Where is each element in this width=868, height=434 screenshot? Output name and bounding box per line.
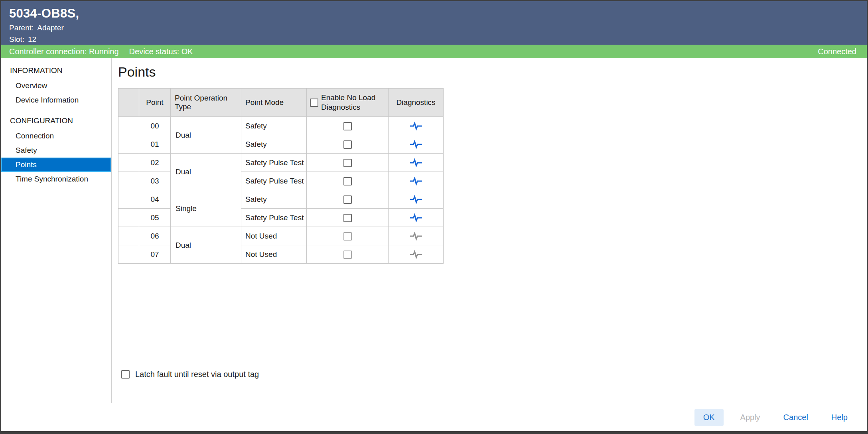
sidebar-item-safety[interactable]: Safety <box>1 143 111 158</box>
enable-no-load-header-label: Enable No Load Diagnostics <box>321 93 388 112</box>
module-properties-dialog: 5034-OB8S, Parent:Adapter Slot:12 Contro… <box>0 0 868 434</box>
section-label-information: INFORMATION <box>1 63 111 79</box>
header-point-mode: Point Mode <box>241 89 307 117</box>
diagnostics-cell[interactable] <box>389 190 444 209</box>
device-status: Device status: OK <box>129 47 193 56</box>
table-row: 07 Not Used <box>118 245 444 264</box>
point-mode-cell[interactable]: Safety Pulse Test <box>241 172 307 190</box>
enable-no-load-checkbox[interactable] <box>343 195 352 204</box>
header-enable-no-load: Enable No Load Diagnostics <box>307 89 389 117</box>
title-bar: 5034-OB8S, Parent:Adapter Slot:12 <box>1 1 867 45</box>
dialog-footer: OK Apply Cancel Help <box>1 403 867 431</box>
apply-button[interactable]: Apply <box>734 409 767 426</box>
point-number-cell: 05 <box>139 209 171 227</box>
section-label-configuration: CONFIGURATION <box>1 113 111 129</box>
section-configuration: CONFIGURATION Connection Safety Points T… <box>1 113 111 186</box>
row-selector-cell[interactable] <box>118 245 139 264</box>
sidebar-item-overview[interactable]: Overview <box>1 79 111 93</box>
header-row-selector <box>118 89 139 117</box>
connected-badge: Connected <box>818 47 856 56</box>
sidebar-item-device-information[interactable]: Device Information <box>1 93 111 107</box>
enable-no-load-cell[interactable] <box>307 117 389 135</box>
slot-row: Slot:12 <box>9 35 859 44</box>
point-operation-type-cell[interactable]: Single <box>171 190 241 227</box>
latch-fault-row: Latch fault until reset via output tag <box>118 370 859 379</box>
row-selector-cell[interactable] <box>118 190 139 209</box>
row-selector-cell[interactable] <box>118 135 139 154</box>
enable-no-load-checkbox-disabled <box>343 232 352 241</box>
table-header-row: Point Point Operation Type Point Mode En… <box>118 89 444 117</box>
enable-no-load-checkbox-disabled <box>343 251 352 259</box>
enable-no-load-cell[interactable] <box>307 172 389 190</box>
sidebar-item-connection[interactable]: Connection <box>1 129 111 143</box>
enable-no-load-cell[interactable] <box>307 154 389 172</box>
diagnostics-cell[interactable] <box>389 135 444 154</box>
header-point-operation-type: Point Operation Type <box>171 89 241 117</box>
latch-fault-label: Latch fault until reset via output tag <box>135 370 259 379</box>
diagnostics-cell[interactable] <box>389 209 444 227</box>
header-point: Point <box>139 89 171 117</box>
point-number-cell: 04 <box>139 190 171 209</box>
row-selector-cell[interactable] <box>118 154 139 172</box>
point-mode-cell[interactable]: Safety Pulse Test <box>241 209 307 227</box>
point-mode-cell[interactable]: Not Used <box>241 227 307 245</box>
enable-no-load-cell-disabled <box>307 245 389 264</box>
point-mode-cell[interactable]: Safety Pulse Test <box>241 154 307 172</box>
pulse-waveform-icon <box>409 177 423 185</box>
slot-value: 12 <box>28 35 36 43</box>
point-number-cell: 01 <box>139 135 171 154</box>
table-row: 03 Safety Pulse Test <box>118 172 444 190</box>
pulse-waveform-icon <box>409 140 423 149</box>
point-operation-type-cell[interactable]: Dual <box>171 117 241 154</box>
enable-no-load-checkbox[interactable] <box>343 214 352 222</box>
controller-connection-status: Controller connection: Running <box>9 47 119 56</box>
point-operation-type-cell[interactable]: Dual <box>171 154 241 190</box>
pulse-waveform-icon <box>409 122 423 130</box>
point-mode-cell[interactable]: Safety <box>241 190 307 209</box>
row-selector-cell[interactable] <box>118 209 139 227</box>
table-row: 02 Dual Safety Pulse Test <box>118 154 444 172</box>
diagnostics-cell[interactable] <box>389 154 444 172</box>
enable-no-load-checkbox[interactable] <box>343 177 352 185</box>
enable-no-load-cell[interactable] <box>307 209 389 227</box>
enable-no-load-cell[interactable] <box>307 190 389 209</box>
table-row: 05 Safety Pulse Test <box>118 209 444 227</box>
parent-label: Parent: <box>9 24 34 32</box>
pulse-waveform-icon <box>409 213 423 222</box>
ok-button[interactable]: OK <box>694 409 724 426</box>
help-button[interactable]: Help <box>825 409 854 426</box>
pulse-waveform-icon <box>409 158 423 167</box>
points-panel: Points Point Point Operation Type Point … <box>112 58 867 403</box>
cancel-button[interactable]: Cancel <box>777 409 815 426</box>
table-row: 04 Single Safety <box>118 190 444 209</box>
enable-no-load-all-checkbox[interactable] <box>310 99 318 107</box>
sidebar-item-time-synchronization[interactable]: Time Synchronization <box>1 172 111 186</box>
enable-no-load-checkbox[interactable] <box>343 140 352 149</box>
row-selector-cell[interactable] <box>118 172 139 190</box>
enable-no-load-cell[interactable] <box>307 135 389 154</box>
point-mode-cell[interactable]: Safety <box>241 117 307 135</box>
point-number-cell: 00 <box>139 117 171 135</box>
row-selector-cell[interactable] <box>118 227 139 245</box>
sidebar-item-points[interactable]: Points <box>1 158 111 172</box>
latch-fault-checkbox[interactable] <box>121 370 130 379</box>
slot-label: Slot: <box>9 35 24 43</box>
pulse-waveform-icon <box>409 195 423 204</box>
point-mode-cell[interactable]: Safety <box>241 135 307 154</box>
pulse-waveform-icon-disabled <box>409 232 423 241</box>
category-sidebar: INFORMATION Overview Device Information … <box>1 58 112 403</box>
point-mode-cell[interactable]: Not Used <box>241 245 307 264</box>
header-diagnostics: Diagnostics <box>389 89 444 117</box>
point-operation-type-cell[interactable]: Dual <box>171 227 241 264</box>
row-selector-cell[interactable] <box>118 117 139 135</box>
diagnostics-cell[interactable] <box>389 117 444 135</box>
points-table: Point Point Operation Type Point Mode En… <box>118 88 444 264</box>
table-row: 06 Dual Not Used <box>118 227 444 245</box>
diagnostics-cell[interactable] <box>389 172 444 190</box>
table-row: 01 Safety <box>118 135 444 154</box>
enable-no-load-checkbox[interactable] <box>343 122 352 130</box>
enable-no-load-checkbox[interactable] <box>343 159 352 167</box>
point-number-cell: 06 <box>139 227 171 245</box>
connection-status-bar: Controller connection: Running Device st… <box>1 45 867 58</box>
diagnostics-cell-disabled <box>389 227 444 245</box>
